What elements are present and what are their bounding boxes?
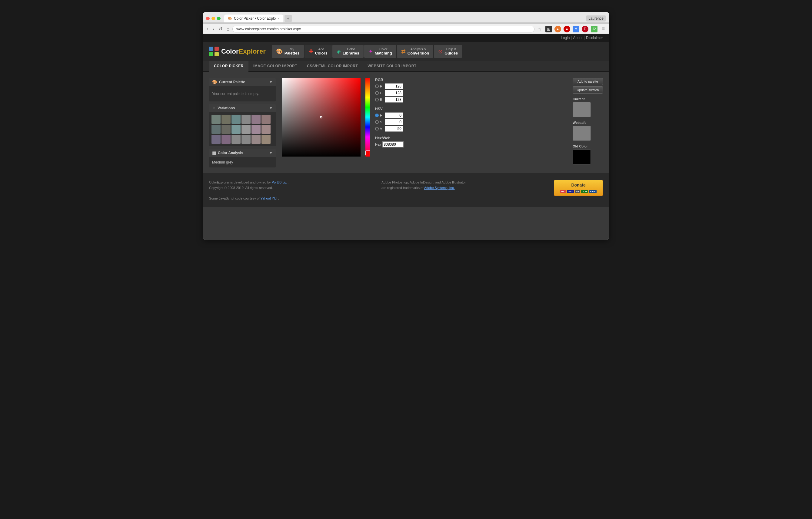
color-libraries-nav[interactable]: ◈ Color Libraries — [332, 45, 364, 58]
h-radio[interactable] — [375, 114, 379, 117]
variations-toggle[interactable]: ▼ — [269, 106, 273, 110]
card-mc: MC — [560, 190, 566, 193]
b-radio[interactable] — [375, 98, 379, 101]
color-matching-nav[interactable]: ✦ Color Matching — [364, 45, 396, 58]
card-ae: AE — [575, 190, 580, 193]
variation-swatch-0[interactable] — [211, 115, 221, 124]
variation-swatch-8[interactable] — [231, 125, 240, 134]
site-footer: ColorExplorer is developed and owned by … — [203, 174, 609, 207]
disclaimer-link[interactable]: Disclaimer — [586, 36, 603, 40]
counter-icon[interactable]: 42 — [591, 26, 598, 32]
top-navigation: Login | About | Disclaimer — [203, 34, 609, 42]
pinterest-icon[interactable]: P — [582, 26, 588, 32]
add-to-palette-button[interactable]: Add to palette — [573, 78, 603, 85]
layers-icon[interactable]: ⊞ — [545, 26, 552, 32]
variation-swatch-15[interactable] — [241, 135, 251, 144]
r-radio[interactable] — [375, 85, 379, 88]
color-gradient-container[interactable] — [282, 78, 360, 157]
main-navigation: 🎨 My Palettes ✚ Add Colors — [272, 45, 462, 58]
variation-swatch-17[interactable] — [261, 135, 270, 144]
g-radio[interactable] — [375, 91, 379, 95]
color-analysis-header: ▦ Color Analysis ▼ — [209, 149, 276, 157]
variation-swatch-6[interactable] — [211, 125, 221, 134]
analysis-conversion-nav[interactable]: ⇄ Analysis & Conversion — [397, 45, 434, 58]
tab-image-import[interactable]: IMAGE COLOR IMPORT — [249, 61, 302, 71]
old-swatch — [573, 149, 591, 164]
menu-icon[interactable]: ≡ — [600, 26, 607, 32]
variation-swatch-11[interactable] — [261, 125, 270, 134]
bookmark-icon[interactable]: ☆ — [536, 26, 543, 32]
hue-slider[interactable] — [366, 78, 370, 157]
extension-icon-2[interactable]: ● — [563, 26, 570, 32]
analysis-panel-icon: ▦ — [212, 151, 216, 155]
footer-text-2: Adobe Photoshop, Adobe InDesign, and Ado… — [381, 180, 542, 190]
back-button[interactable]: ‹ — [205, 26, 209, 32]
home-button[interactable]: ⌂ — [225, 26, 231, 32]
variation-swatch-9[interactable] — [241, 125, 251, 134]
footer-col-3: Donate MC VISA AE JCB Bank — [554, 180, 603, 196]
new-tab-button[interactable]: + — [285, 15, 292, 22]
h-label: H — [380, 114, 384, 117]
variation-swatch-12[interactable] — [211, 135, 221, 144]
extension-icon-1[interactable]: ▲ — [554, 26, 561, 32]
variation-swatch-10[interactable] — [252, 125, 261, 134]
variation-swatch-14[interactable] — [231, 135, 240, 144]
s-radio[interactable] — [375, 120, 379, 124]
hex-label: Hex/Web — [375, 136, 568, 140]
variation-swatch-3[interactable] — [241, 115, 251, 124]
my-palettes-nav[interactable]: 🎨 My Palettes — [272, 45, 304, 58]
tab-website-import[interactable]: WEBSITE COLOR IMPORT — [363, 61, 421, 71]
variation-swatch-16[interactable] — [252, 135, 261, 144]
mail-icon[interactable]: M — [573, 26, 579, 32]
b-input[interactable] — [385, 97, 403, 103]
color-analysis-title: Color Analysis — [218, 151, 243, 155]
add-colors-nav[interactable]: ✚ Add Colors — [304, 45, 332, 58]
variation-swatch-1[interactable] — [222, 115, 231, 124]
donate-label: Donate — [571, 183, 585, 187]
hue-slider-container[interactable] — [366, 78, 370, 157]
maximize-dot[interactable] — [217, 17, 221, 20]
adobe-link[interactable]: Adobe Systems, Inc. — [424, 186, 455, 189]
about-link[interactable]: About — [573, 36, 583, 40]
variation-swatch-5[interactable] — [261, 115, 270, 124]
refresh-button[interactable]: ↺ — [217, 25, 224, 32]
variation-swatch-13[interactable] — [222, 135, 231, 144]
update-swatch-button[interactable]: Update swatch — [573, 86, 603, 94]
s-input[interactable] — [385, 119, 403, 125]
variations-icon: ⁘ — [212, 106, 216, 111]
yui-link[interactable]: Yahoo! YUI — [261, 196, 277, 200]
variation-swatch-4[interactable] — [252, 115, 261, 124]
current-palette-panel: 🎨 Current Palette ▼ Your current palette… — [209, 78, 276, 101]
color-lib-icon: ◈ — [337, 48, 341, 55]
websafe-swatch — [573, 126, 591, 141]
logo[interactable]: ColorExplorer — [209, 47, 266, 56]
svg-rect-2 — [209, 52, 213, 56]
donate-button[interactable]: Donate MC VISA AE JCB Bank — [554, 180, 603, 196]
help-guides-nav[interactable]: ⊙ Help & Guides — [434, 45, 462, 58]
port80-link[interactable]: Port80.biz — [272, 180, 287, 184]
tab-css-import[interactable]: CSS/HTML COLOR IMPORT — [302, 61, 363, 71]
address-input[interactable] — [232, 26, 534, 32]
tab-color-picker[interactable]: COLOR PICKER — [209, 61, 249, 72]
hex-input[interactable] — [382, 142, 404, 148]
v-radio[interactable] — [375, 127, 379, 130]
close-dot[interactable] — [206, 17, 210, 20]
color-gradient[interactable] — [282, 78, 360, 157]
old-swatch-label: Old Color — [573, 145, 603, 148]
r-input[interactable] — [385, 83, 403, 89]
minimize-dot[interactable] — [211, 17, 215, 20]
variation-swatch-2[interactable] — [231, 115, 240, 124]
analysis-toggle[interactable]: ▼ — [269, 151, 273, 155]
h-input[interactable] — [385, 112, 403, 118]
forward-button[interactable]: › — [211, 26, 215, 32]
variation-swatch-7[interactable] — [222, 125, 231, 134]
palette-toggle[interactable]: ▼ — [269, 80, 273, 84]
hsv-group: HSV H S — [375, 107, 568, 132]
tab-close-button[interactable]: × — [278, 17, 279, 20]
svg-rect-0 — [209, 47, 213, 51]
g-input[interactable] — [385, 90, 403, 96]
variations-panel: ⁘ Variations ▼ — [209, 104, 276, 146]
v-input[interactable] — [385, 126, 403, 132]
login-link[interactable]: Login — [561, 36, 570, 40]
browser-tab[interactable]: 🎨 Color Picker • Color Explo × — [224, 14, 283, 22]
